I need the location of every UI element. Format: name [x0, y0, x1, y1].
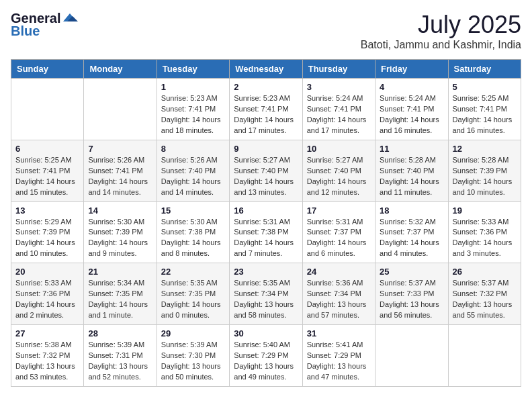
- day-info: Sunrise: 5:24 AMSunset: 7:41 PMDaylight:…: [307, 93, 371, 136]
- calendar-cell: 22Sunrise: 5:35 AMSunset: 7:35 PMDayligh…: [157, 263, 229, 325]
- calendar-cell: 23Sunrise: 5:35 AMSunset: 7:34 PMDayligh…: [230, 263, 302, 325]
- calendar-cell: [375, 325, 448, 387]
- day-number: 18: [380, 205, 443, 216]
- logo: General Blue: [11, 11, 78, 39]
- day-number: 31: [307, 328, 371, 338]
- calendar-cell: 4Sunrise: 5:24 AMSunset: 7:41 PMDaylight…: [375, 79, 448, 140]
- day-info: Sunrise: 5:26 AMSunset: 7:40 PMDaylight:…: [161, 155, 225, 198]
- calendar-cell: 11Sunrise: 5:28 AMSunset: 7:40 PMDayligh…: [375, 140, 448, 201]
- calendar-cell: 10Sunrise: 5:27 AMSunset: 7:40 PMDayligh…: [302, 140, 375, 201]
- day-number: 5: [453, 82, 517, 92]
- day-number: 29: [161, 328, 225, 338]
- calendar-cell: 2Sunrise: 5:23 AMSunset: 7:41 PMDaylight…: [230, 79, 302, 140]
- calendar-day-header: Thursday: [302, 60, 375, 79]
- calendar-cell: 30Sunrise: 5:40 AMSunset: 7:29 PMDayligh…: [230, 325, 302, 387]
- day-info: Sunrise: 5:36 AMSunset: 7:34 PMDaylight:…: [307, 278, 371, 321]
- calendar-cell: [448, 325, 521, 387]
- day-info: Sunrise: 5:35 AMSunset: 7:34 PMDaylight:…: [234, 278, 298, 321]
- calendar-cell: 5Sunrise: 5:25 AMSunset: 7:41 PMDaylight…: [448, 79, 521, 140]
- calendar-cell: 27Sunrise: 5:38 AMSunset: 7:32 PMDayligh…: [11, 325, 84, 387]
- calendar-cell: 12Sunrise: 5:28 AMSunset: 7:39 PMDayligh…: [448, 140, 521, 201]
- day-info: Sunrise: 5:28 AMSunset: 7:40 PMDaylight:…: [380, 155, 443, 198]
- title-block: July 2025 Batoti, Jammu and Kashmir, Ind…: [361, 11, 521, 51]
- calendar-cell: 13Sunrise: 5:29 AMSunset: 7:39 PMDayligh…: [11, 201, 84, 263]
- day-info: Sunrise: 5:37 AMSunset: 7:32 PMDaylight:…: [453, 278, 517, 321]
- day-info: Sunrise: 5:40 AMSunset: 7:29 PMDaylight:…: [234, 340, 298, 383]
- location-title: Batoti, Jammu and Kashmir, India: [361, 39, 521, 51]
- day-info: Sunrise: 5:26 AMSunset: 7:41 PMDaylight:…: [88, 155, 152, 198]
- day-info: Sunrise: 5:27 AMSunset: 7:40 PMDaylight:…: [234, 155, 298, 198]
- day-info: Sunrise: 5:31 AMSunset: 7:38 PMDaylight:…: [234, 217, 298, 260]
- calendar-cell: 26Sunrise: 5:37 AMSunset: 7:32 PMDayligh…: [448, 263, 521, 325]
- day-number: 27: [15, 328, 79, 338]
- day-info: Sunrise: 5:30 AMSunset: 7:39 PMDaylight:…: [88, 217, 152, 260]
- calendar-table: SundayMondayTuesdayWednesdayThursdayFrid…: [11, 59, 521, 387]
- day-number: 2: [234, 82, 298, 92]
- calendar-cell: 3Sunrise: 5:24 AMSunset: 7:41 PMDaylight…: [302, 79, 375, 140]
- day-info: Sunrise: 5:34 AMSunset: 7:35 PMDaylight:…: [88, 278, 152, 321]
- day-number: 6: [15, 144, 79, 154]
- day-number: 11: [380, 144, 443, 154]
- calendar-week-row: 27Sunrise: 5:38 AMSunset: 7:32 PMDayligh…: [11, 325, 521, 387]
- day-info: Sunrise: 5:23 AMSunset: 7:41 PMDaylight:…: [161, 93, 225, 136]
- day-number: 9: [234, 144, 298, 154]
- calendar-cell: 29Sunrise: 5:39 AMSunset: 7:30 PMDayligh…: [157, 325, 229, 387]
- day-info: Sunrise: 5:33 AMSunset: 7:36 PMDaylight:…: [15, 278, 79, 321]
- day-info: Sunrise: 5:39 AMSunset: 7:31 PMDaylight:…: [88, 340, 152, 383]
- calendar-day-header: Saturday: [448, 60, 521, 79]
- day-info: Sunrise: 5:35 AMSunset: 7:35 PMDaylight:…: [161, 278, 225, 321]
- day-number: 28: [88, 328, 152, 338]
- calendar-cell: 28Sunrise: 5:39 AMSunset: 7:31 PMDayligh…: [84, 325, 157, 387]
- calendar-cell: 6Sunrise: 5:25 AMSunset: 7:41 PMDaylight…: [11, 140, 84, 201]
- calendar-cell: 19Sunrise: 5:33 AMSunset: 7:36 PMDayligh…: [448, 201, 521, 263]
- calendar-cell: 17Sunrise: 5:31 AMSunset: 7:37 PMDayligh…: [302, 201, 375, 263]
- day-number: 24: [307, 267, 371, 277]
- day-number: 21: [88, 267, 152, 277]
- day-number: 17: [307, 205, 371, 216]
- day-info: Sunrise: 5:23 AMSunset: 7:41 PMDaylight:…: [234, 93, 298, 136]
- day-number: 7: [88, 144, 152, 154]
- calendar-cell: [11, 79, 84, 140]
- calendar-day-header: Monday: [84, 60, 157, 79]
- day-number: 26: [453, 267, 517, 277]
- day-info: Sunrise: 5:30 AMSunset: 7:38 PMDaylight:…: [161, 217, 225, 260]
- logo-icon: [63, 12, 78, 23]
- day-number: 22: [161, 267, 225, 277]
- day-number: 23: [234, 267, 298, 277]
- calendar-cell: 20Sunrise: 5:33 AMSunset: 7:36 PMDayligh…: [11, 263, 84, 325]
- day-number: 16: [234, 205, 298, 216]
- day-number: 25: [380, 267, 443, 277]
- day-number: 20: [15, 267, 79, 277]
- calendar-cell: 31Sunrise: 5:41 AMSunset: 7:29 PMDayligh…: [302, 325, 375, 387]
- calendar-cell: 25Sunrise: 5:37 AMSunset: 7:33 PMDayligh…: [375, 263, 448, 325]
- day-info: Sunrise: 5:32 AMSunset: 7:37 PMDaylight:…: [380, 217, 443, 260]
- calendar-cell: 21Sunrise: 5:34 AMSunset: 7:35 PMDayligh…: [84, 263, 157, 325]
- day-info: Sunrise: 5:24 AMSunset: 7:41 PMDaylight:…: [380, 93, 443, 136]
- calendar-day-header: Tuesday: [157, 60, 229, 79]
- calendar-day-header: Wednesday: [230, 60, 302, 79]
- calendar-cell: [84, 79, 157, 140]
- calendar-day-header: Sunday: [11, 60, 84, 79]
- day-number: 15: [161, 205, 225, 216]
- calendar-cell: 15Sunrise: 5:30 AMSunset: 7:38 PMDayligh…: [157, 201, 229, 263]
- day-info: Sunrise: 5:38 AMSunset: 7:32 PMDaylight:…: [15, 340, 79, 383]
- calendar-cell: 9Sunrise: 5:27 AMSunset: 7:40 PMDaylight…: [230, 140, 302, 201]
- calendar-cell: 8Sunrise: 5:26 AMSunset: 7:40 PMDaylight…: [157, 140, 229, 201]
- day-number: 13: [15, 205, 79, 216]
- day-info: Sunrise: 5:33 AMSunset: 7:36 PMDaylight:…: [453, 217, 517, 260]
- day-info: Sunrise: 5:28 AMSunset: 7:39 PMDaylight:…: [453, 155, 517, 198]
- page-header: General Blue July 2025 Batoti, Jammu and…: [11, 11, 521, 51]
- calendar-day-header: Friday: [375, 60, 448, 79]
- day-info: Sunrise: 5:25 AMSunset: 7:41 PMDaylight:…: [15, 155, 79, 198]
- day-number: 19: [453, 205, 517, 216]
- day-info: Sunrise: 5:41 AMSunset: 7:29 PMDaylight:…: [307, 340, 371, 383]
- day-info: Sunrise: 5:25 AMSunset: 7:41 PMDaylight:…: [453, 93, 517, 136]
- month-title: July 2025: [361, 11, 521, 39]
- calendar-week-row: 6Sunrise: 5:25 AMSunset: 7:41 PMDaylight…: [11, 140, 521, 201]
- day-number: 8: [161, 144, 225, 154]
- calendar-week-row: 20Sunrise: 5:33 AMSunset: 7:36 PMDayligh…: [11, 263, 521, 325]
- calendar-header-row: SundayMondayTuesdayWednesdayThursdayFrid…: [11, 60, 521, 79]
- day-number: 1: [161, 82, 225, 92]
- day-number: 12: [453, 144, 517, 154]
- day-number: 4: [380, 82, 443, 92]
